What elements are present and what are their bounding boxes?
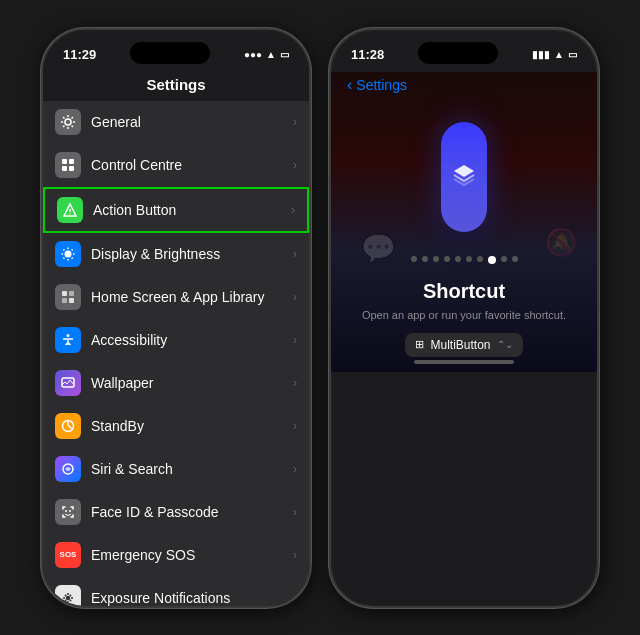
time-right: 11:28 (351, 47, 384, 62)
label-siri: Siri & Search (91, 461, 293, 477)
label-general: General (91, 114, 293, 130)
settings-item-general[interactable]: General › (43, 101, 309, 144)
dot-9 (512, 256, 518, 262)
settings-item-wallpaper[interactable]: Wallpaper › (43, 362, 309, 405)
svg-point-18 (69, 510, 71, 512)
svg-point-0 (65, 119, 71, 125)
back-button[interactable]: ‹ Settings (347, 76, 407, 94)
svg-rect-2 (69, 159, 74, 164)
icon-home (55, 284, 81, 310)
icon-control (55, 152, 81, 178)
svg-rect-10 (69, 291, 74, 296)
svg-point-13 (67, 334, 70, 337)
dot-5 (466, 256, 472, 262)
icon-display (55, 241, 81, 267)
selector-grid-icon: ⊞ (415, 338, 424, 351)
left-phone: 11:29 ●●● ▲ ▭ Settings General › (41, 28, 311, 608)
icon-accessibility (55, 327, 81, 353)
chevron-display: › (293, 247, 297, 261)
status-bar-left: 11:29 ●●● ▲ ▭ (43, 30, 309, 72)
dot-6 (477, 256, 483, 262)
settings-item-accessibility[interactable]: Accessibility › (43, 319, 309, 362)
svg-rect-9 (62, 291, 67, 296)
dot-1 (422, 256, 428, 262)
shortcut-description: Open an app or run your favorite shortcu… (362, 309, 566, 321)
label-accessibility: Accessibility (91, 332, 293, 348)
svg-point-8 (65, 250, 72, 257)
settings-item-exposure[interactable]: Exposure Notifications › (43, 577, 309, 608)
chevron-home: › (293, 290, 297, 304)
settings-item-control[interactable]: Control Centre › (43, 144, 309, 187)
status-bar-right: 11:28 ▮▮▮ ▲ ▭ (331, 30, 597, 72)
settings-section-1: General › Control Centre › Action Button… (43, 101, 309, 608)
svg-point-19 (66, 595, 70, 599)
chevron-faceid: › (293, 505, 297, 519)
shortcut-section: Shortcut Open an app or run your favorit… (342, 280, 586, 357)
right-phone: 11:28 ▮▮▮ ▲ ▭ ‹ Settings 💬 🔕 (329, 28, 599, 608)
icon-faceid (55, 499, 81, 525)
label-home: Home Screen & App Library (91, 289, 293, 305)
dynamic-island-right (418, 42, 498, 64)
svg-rect-12 (69, 298, 74, 303)
icon-siri (55, 456, 81, 482)
selector-label: MultiButton (430, 338, 490, 352)
settings-item-faceid[interactable]: Face ID & Passcode › (43, 491, 309, 534)
status-icons-right: ▮▮▮ ▲ ▭ (532, 49, 577, 60)
settings-item-siri[interactable]: Siri & Search › (43, 448, 309, 491)
shortcut-title: Shortcut (362, 280, 566, 303)
label-exposure: Exposure Notifications (91, 590, 293, 606)
icon-action (57, 197, 83, 223)
dot-0 (411, 256, 417, 262)
right-nav: ‹ Settings (331, 72, 597, 102)
svg-point-7 (69, 213, 70, 214)
label-control: Control Centre (91, 157, 293, 173)
wifi-icon: ▲ (266, 49, 276, 60)
settings-item-display[interactable]: Display & Brightness › (43, 233, 309, 276)
action-button-pill (441, 122, 487, 232)
icon-standby (55, 413, 81, 439)
status-icons-left: ●●● ▲ ▭ (244, 49, 289, 60)
chevron-standby: › (293, 419, 297, 433)
shortcut-selector[interactable]: ⊞ MultiButton ⌃⌄ (405, 333, 522, 357)
bg-icon-right: 🔕 (545, 227, 577, 258)
page-indicator (411, 256, 518, 264)
action-button-screen: ‹ Settings 💬 🔕 (331, 72, 597, 372)
icon-exposure (55, 585, 81, 608)
battery-icon: ▭ (280, 49, 289, 60)
dot-7-active (488, 256, 496, 264)
chevron-sos: › (293, 548, 297, 562)
action-button-layers-icon (450, 160, 478, 194)
wifi-right-icon: ▲ (554, 49, 564, 60)
label-sos: Emergency SOS (91, 547, 293, 563)
time-left: 11:29 (63, 47, 96, 62)
label-wallpaper: Wallpaper (91, 375, 293, 391)
svg-rect-3 (62, 166, 67, 171)
icon-general (55, 109, 81, 135)
settings-item-standby[interactable]: StandBy › (43, 405, 309, 448)
dot-4 (455, 256, 461, 262)
chevron-wallpaper: › (293, 376, 297, 390)
signal-icon: ●●● (244, 49, 262, 60)
settings-list: General › Control Centre › Action Button… (43, 101, 309, 608)
chevron-action: › (291, 203, 295, 217)
dot-8 (501, 256, 507, 262)
label-faceid: Face ID & Passcode (91, 504, 293, 520)
chevron-exposure: › (293, 591, 297, 605)
back-label: Settings (356, 77, 407, 93)
chevron-accessibility: › (293, 333, 297, 347)
svg-rect-1 (62, 159, 67, 164)
chevron-control: › (293, 158, 297, 172)
settings-item-action[interactable]: Action Button › (43, 187, 309, 233)
chevron-siri: › (293, 462, 297, 476)
battery-right-icon: ▭ (568, 49, 577, 60)
svg-rect-11 (62, 298, 67, 303)
signal-bars-icon: ▮▮▮ (532, 49, 550, 60)
icon-wallpaper (55, 370, 81, 396)
settings-item-sos[interactable]: SOS Emergency SOS › (43, 534, 309, 577)
label-standby: StandBy (91, 418, 293, 434)
label-action: Action Button (93, 202, 291, 218)
dot-3 (444, 256, 450, 262)
chevron-general: › (293, 115, 297, 129)
nav-title-left: Settings (43, 72, 309, 101)
settings-item-home[interactable]: Home Screen & App Library › (43, 276, 309, 319)
